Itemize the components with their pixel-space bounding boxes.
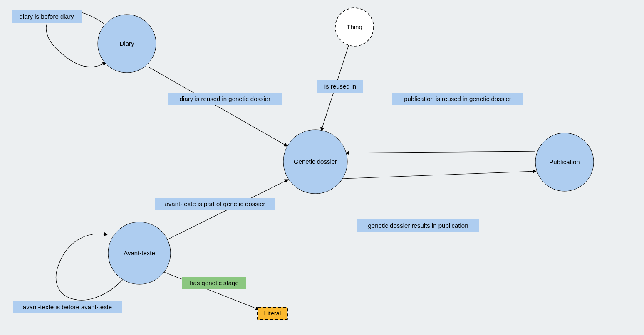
edge-pub-to-gd — [346, 151, 535, 153]
edge-gd-to-pub — [342, 171, 536, 179]
svg-text:Thing: Thing — [347, 23, 362, 30]
svg-text:is reused in: is reused in — [324, 83, 357, 90]
node-publication[interactable]: Publication — [535, 133, 594, 191]
node-avant-texte[interactable]: Avant-texte — [108, 222, 171, 284]
svg-text:diary is reused in genetic dos: diary is reused in genetic dossier — [180, 95, 270, 102]
svg-text:avant-texte is part of genetic: avant-texte is part of genetic dossier — [165, 200, 265, 207]
svg-text:genetic dossier results in pub: genetic dossier results in publication — [368, 222, 468, 229]
edge-label-is-reused-in[interactable]: is reused in — [317, 80, 363, 93]
node-thing[interactable]: Thing — [335, 8, 374, 46]
edge-label-diary-reused-gd[interactable]: diary is reused in genetic dossier — [168, 93, 282, 105]
svg-text:Genetic dossier: Genetic dossier — [294, 158, 337, 165]
node-diary[interactable]: Diary — [98, 15, 156, 73]
svg-text:Avant-texte: Avant-texte — [124, 249, 155, 256]
node-literal[interactable]: Literal — [258, 307, 287, 320]
edge-label-gd-results-pub[interactable]: genetic dossier results in publication — [357, 219, 479, 232]
svg-text:Diary: Diary — [119, 40, 134, 47]
edge-label-at-part-gd[interactable]: avant-texte is part of genetic dossier — [155, 198, 275, 210]
ontology-graph: diary is before diary diary is reused in… — [0, 0, 644, 335]
svg-text:has genetic stage: has genetic stage — [190, 279, 239, 286]
svg-text:Publication: Publication — [549, 158, 580, 165]
edge-label-has-genetic-stage[interactable]: has genetic stage — [182, 277, 246, 289]
svg-text:diary is before diary: diary is before diary — [20, 13, 74, 20]
edge-label-pub-reused-gd[interactable]: publication is reused in genetic dossier — [392, 93, 523, 105]
edge-diary-to-gd — [148, 67, 287, 146]
svg-text:publication is reused in genet: publication is reused in genetic dossier — [404, 95, 511, 102]
edge-label-at-before-at[interactable]: avant-texte is before avant-texte — [13, 301, 122, 313]
edge-label-diary-before-diary[interactable]: diary is before diary — [12, 10, 82, 23]
svg-text:avant-texte is before avant-te: avant-texte is before avant-texte — [23, 303, 112, 310]
node-genetic-dossier[interactable]: Genetic dossier — [283, 130, 347, 194]
svg-text:Literal: Literal — [264, 310, 281, 317]
